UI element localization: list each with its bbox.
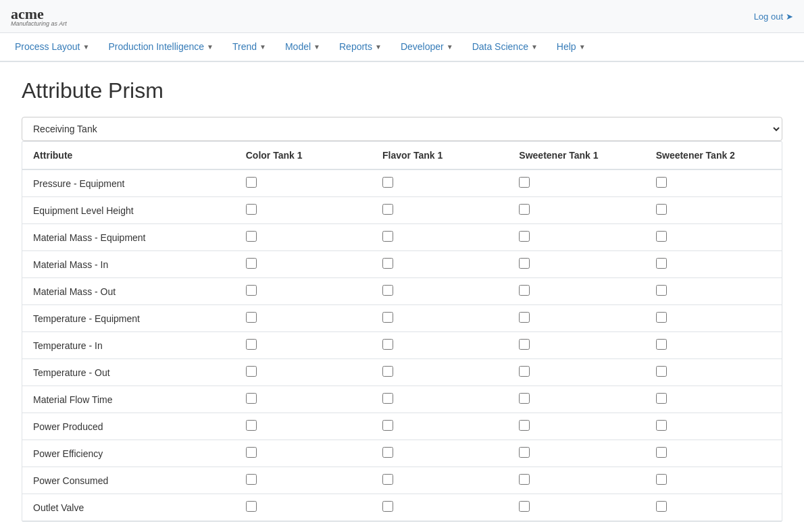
checkbox-flavor-tank-1-12[interactable] (382, 501, 393, 512)
checkbox-color-tank-1-2[interactable] (246, 231, 257, 242)
checkbox-flavor-tank-1-0[interactable] (382, 177, 393, 188)
checkbox-sweetener-tank-2-12[interactable] (656, 501, 667, 512)
cell-sweetener-tank-2-3 (645, 251, 782, 278)
checkbox-sweetener-tank-1-7[interactable] (519, 366, 530, 377)
attribute-label: Material Mass - Equipment (22, 224, 235, 251)
logo-sub: Manufacturing as Art (11, 20, 67, 27)
checkbox-color-tank-1-12[interactable] (246, 501, 257, 512)
checkbox-sweetener-tank-1-11[interactable] (519, 474, 530, 485)
checkbox-color-tank-1-3[interactable] (246, 258, 257, 269)
cell-color-tank-1-10 (235, 440, 372, 467)
nav-item-developer[interactable]: Developer ▼ (391, 33, 463, 62)
checkbox-sweetener-tank-1-1[interactable] (519, 204, 530, 215)
checkbox-color-tank-1-11[interactable] (246, 474, 257, 485)
checkbox-sweetener-tank-2-7[interactable] (656, 366, 667, 377)
checkbox-sweetener-tank-2-9[interactable] (656, 420, 667, 431)
cell-flavor-tank-1-10 (372, 440, 508, 467)
checkbox-sweetener-tank-1-9[interactable] (519, 420, 530, 431)
checkbox-flavor-tank-1-5[interactable] (382, 312, 393, 323)
chevron-down-icon: ▼ (313, 43, 320, 51)
checkbox-sweetener-tank-1-5[interactable] (519, 312, 530, 323)
checkbox-sweetener-tank-1-8[interactable] (519, 393, 530, 404)
checkbox-sweetener-tank-2-10[interactable] (656, 447, 667, 458)
nav-item-model[interactable]: Model ▼ (276, 33, 330, 62)
checkbox-sweetener-tank-2-1[interactable] (656, 204, 667, 215)
checkbox-color-tank-1-9[interactable] (246, 420, 257, 431)
checkbox-color-tank-1-5[interactable] (246, 312, 257, 323)
nav-label-trend: Trend (232, 41, 257, 52)
cell-sweetener-tank-2-9 (645, 413, 782, 440)
nav-item-help[interactable]: Help ▼ (547, 33, 595, 62)
nav-item-process-layout[interactable]: Process Layout ▼ (5, 33, 99, 62)
nav-item-production-intelligence[interactable]: Production Intelligence ▼ (99, 33, 223, 62)
table-row: Temperature - Out (22, 359, 782, 386)
cell-sweetener-tank-1-6 (508, 332, 645, 359)
checkbox-sweetener-tank-2-5[interactable] (656, 312, 667, 323)
col-header-flavor-tank-1: Flavor Tank 1 (372, 142, 508, 169)
table-row: Temperature - In (22, 332, 782, 359)
checkbox-sweetener-tank-2-3[interactable] (656, 258, 667, 269)
col-header-color-tank-1: Color Tank 1 (235, 142, 372, 169)
attribute-label: Power Produced (22, 413, 235, 440)
checkbox-sweetener-tank-1-2[interactable] (519, 231, 530, 242)
checkbox-sweetener-tank-2-8[interactable] (656, 393, 667, 404)
checkbox-sweetener-tank-1-3[interactable] (519, 258, 530, 269)
attribute-table-container: Attribute Color Tank 1 Flavor Tank 1 Swe… (22, 141, 782, 522)
checkbox-sweetener-tank-1-6[interactable] (519, 339, 530, 350)
chevron-down-icon: ▼ (259, 43, 266, 51)
checkbox-color-tank-1-10[interactable] (246, 447, 257, 458)
checkbox-sweetener-tank-1-0[interactable] (519, 177, 530, 188)
attribute-label: Outlet Valve (22, 494, 235, 521)
checkbox-color-tank-1-0[interactable] (246, 177, 257, 188)
checkbox-flavor-tank-1-4[interactable] (382, 285, 393, 296)
checkbox-flavor-tank-1-1[interactable] (382, 204, 393, 215)
checkbox-sweetener-tank-2-4[interactable] (656, 285, 667, 296)
table-row: Material Mass - Equipment (22, 224, 782, 251)
tank-selector[interactable]: Receiving Tank Color Tank 1 Flavor Tank … (22, 117, 782, 141)
nav-item-reports[interactable]: Reports ▼ (330, 33, 391, 62)
cell-sweetener-tank-2-6 (645, 332, 782, 359)
nav-item-trend[interactable]: Trend ▼ (223, 33, 276, 62)
attribute-label: Power Efficiency (22, 440, 235, 467)
checkbox-sweetener-tank-1-10[interactable] (519, 447, 530, 458)
cell-sweetener-tank-1-1 (508, 197, 645, 224)
cell-flavor-tank-1-8 (372, 386, 508, 413)
checkbox-color-tank-1-6[interactable] (246, 339, 257, 350)
chevron-down-icon: ▼ (83, 43, 90, 51)
cell-color-tank-1-6 (235, 332, 372, 359)
checkbox-sweetener-tank-1-12[interactable] (519, 501, 530, 512)
cell-flavor-tank-1-5 (372, 305, 508, 332)
main-content: Attribute Prism Receiving Tank Color Tan… (0, 62, 804, 532)
nav-label-model: Model (285, 41, 311, 52)
nav-label-production-intelligence: Production Intelligence (108, 41, 204, 52)
col-header-sweetener-tank-2: Sweetener Tank 2 (645, 142, 782, 169)
checkbox-color-tank-1-1[interactable] (246, 204, 257, 215)
table-row: Outlet Valve (22, 494, 782, 521)
attribute-label: Material Flow Time (22, 386, 235, 413)
nav-item-data-science[interactable]: Data Science ▼ (463, 33, 547, 62)
checkbox-sweetener-tank-1-4[interactable] (519, 285, 530, 296)
checkbox-sweetener-tank-2-11[interactable] (656, 474, 667, 485)
checkbox-flavor-tank-1-7[interactable] (382, 366, 393, 377)
checkbox-color-tank-1-4[interactable] (246, 285, 257, 296)
checkbox-sweetener-tank-2-2[interactable] (656, 231, 667, 242)
checkbox-flavor-tank-1-10[interactable] (382, 447, 393, 458)
cell-sweetener-tank-2-10 (645, 440, 782, 467)
attribute-table: Attribute Color Tank 1 Flavor Tank 1 Swe… (22, 142, 782, 521)
cell-sweetener-tank-1-8 (508, 386, 645, 413)
logout-link[interactable]: Log out ➤ (754, 11, 793, 22)
checkbox-flavor-tank-1-9[interactable] (382, 420, 393, 431)
checkbox-color-tank-1-7[interactable] (246, 366, 257, 377)
table-row: Power Consumed (22, 467, 782, 494)
checkbox-sweetener-tank-2-0[interactable] (656, 177, 667, 188)
attribute-label: Temperature - Equipment (22, 305, 235, 332)
cell-sweetener-tank-2-0 (645, 169, 782, 197)
checkbox-flavor-tank-1-6[interactable] (382, 339, 393, 350)
checkbox-flavor-tank-1-8[interactable] (382, 393, 393, 404)
checkbox-sweetener-tank-2-6[interactable] (656, 339, 667, 350)
checkbox-color-tank-1-8[interactable] (246, 393, 257, 404)
checkbox-flavor-tank-1-3[interactable] (382, 258, 393, 269)
nav-label-reports: Reports (339, 41, 372, 52)
checkbox-flavor-tank-1-2[interactable] (382, 231, 393, 242)
checkbox-flavor-tank-1-11[interactable] (382, 474, 393, 485)
